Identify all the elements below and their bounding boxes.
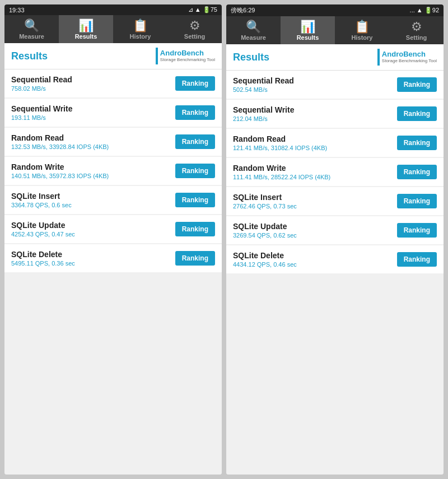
results-list-1: Sequential Read 758.02 MB/s Ranking Sequ… [4,69,222,475]
results-icon-2: 📊 [300,21,315,33]
table-row: SQLite Delete 4434.12 QPS, 0.46 sec Rank… [226,245,444,273]
table-row: Sequential Write 193.11 MB/s Ranking [4,99,222,127]
content-header-2: Results AndroBench Storage Benchmarking … [226,44,444,71]
table-row: Random Read 121.41 MB/s, 31082.4 IOPS (4… [226,129,444,157]
history-icon-1: 📋 [133,20,148,32]
brand-sub-2: Storage Benchmarking Tool [382,59,437,64]
brand-name-1: AndroBench [160,49,215,57]
result-value: 2762.46 QPS, 0.73 sec [233,203,397,210]
brand-andro-2: Andro [382,50,403,58]
brand-bar-2 [377,49,380,66]
result-value: 121.41 MB/s, 31082.4 IOPS (4KB) [233,145,397,151]
measure-icon-2: 🔍 [246,21,261,33]
nav-setting-label-2: Setting [406,34,427,41]
ranking-button[interactable]: Ranking [397,194,437,208]
brand-bar-1 [156,48,158,64]
result-name: Sequential Read [233,76,397,85]
ranking-button[interactable]: Ranking [397,252,437,267]
brand-text-1: AndroBench Storage Benchmarking Tool [160,49,215,62]
result-name: Random Read [233,134,397,143]
content-header-1: Results AndroBench Storage Benchmarking … [4,43,222,69]
result-name: SQLite Delete [11,250,175,259]
result-value: 212.04 MB/s [233,115,397,122]
table-row: Random Write 140.51 MB/s, 35972.83 IOPS … [4,157,222,185]
result-name: Sequential Write [233,105,397,114]
result-value: 4252.43 QPS, 0.47 sec [11,231,175,238]
result-name: Random Write [233,164,397,173]
result-name: SQLite Delete [233,251,397,260]
table-row: Sequential Read 502.54 MB/s Ranking [226,71,444,99]
result-name: Sequential Write [11,104,175,113]
status-bar-1: 19:33 ⊿ ▲ 🔋75 [4,4,222,15]
results-title-2: Results [233,52,269,63]
table-row: Random Write 111.41 MB/s, 28522.24 IOPS … [226,158,444,186]
nav-history-label-1: History [130,33,151,40]
nav-measure-2[interactable]: 🔍 Measure [226,16,281,44]
result-value: 3364.78 QPS, 0.6 sec [11,202,175,208]
table-row: SQLite Update 3269.54 QPS, 0.62 sec Rank… [226,216,444,244]
nav-results-label-2: Results [297,34,319,41]
result-name: SQLite Insert [233,193,397,202]
measure-icon-1: 🔍 [24,20,39,32]
nav-history-1[interactable]: 📋 History [113,15,167,43]
nav-setting-label-1: Setting [184,33,205,40]
brand-text-2: AndroBench Storage Benchmarking Tool [382,50,437,63]
table-row: Sequential Read 758.02 MB/s Ranking [4,69,222,97]
setting-icon-2: ⚙ [411,21,422,33]
nav-history-2[interactable]: 📋 History [335,16,389,44]
ranking-button[interactable]: Ranking [397,136,437,150]
results-title-1: Results [11,50,48,62]
table-row: SQLite Insert 3364.78 QPS, 0.6 sec Ranki… [4,186,222,214]
status-bar-2: 傍晚6:29 ... ▲ 🔋92 [226,4,444,16]
result-name: SQLite Update [233,222,397,231]
brand-1: AndroBench Storage Benchmarking Tool [156,48,215,64]
ranking-button[interactable]: Ranking [397,106,437,121]
ranking-button[interactable]: Ranking [175,222,215,236]
brand-andro-1: Andro [160,49,181,57]
table-row: SQLite Delete 5495.11 QPS, 0.36 sec Rank… [4,244,222,272]
result-name: SQLite Insert [11,192,175,201]
result-name: Sequential Read [11,75,175,84]
time-1: 19:33 [9,7,25,13]
result-value: 111.41 MB/s, 28522.24 IOPS (4KB) [233,174,397,180]
results-icon-1: 📊 [78,20,94,32]
table-row: Random Read 132.53 MB/s, 33928.84 IOPS (… [4,128,222,156]
nav-results-2[interactable]: 📊 Results [281,16,335,44]
brand-bench-1: Bench [181,49,204,57]
ranking-button[interactable]: Ranking [175,251,215,266]
nav-setting-2[interactable]: ⚙ Setting [389,16,444,44]
ranking-button[interactable]: Ranking [175,193,215,207]
result-value: 5495.11 QPS, 0.36 sec [11,260,175,267]
result-value: 4434.12 QPS, 0.46 sec [233,261,397,268]
brand-2: AndroBench Storage Benchmarking Tool [377,49,437,66]
nav-setting-1[interactable]: ⚙ Setting [167,15,222,43]
table-row: Sequential Write 212.04 MB/s Ranking [226,100,444,128]
table-row: SQLite Insert 2762.46 QPS, 0.73 sec Rank… [226,187,444,215]
nav-results-label-1: Results [75,33,97,40]
history-icon-2: 📋 [354,21,370,33]
ranking-button[interactable]: Ranking [397,223,437,238]
ranking-button[interactable]: Ranking [175,76,215,91]
ranking-button[interactable]: Ranking [175,134,215,149]
result-value: 758.02 MB/s [11,85,175,92]
status-icons-1: ⊿ ▲ 🔋75 [188,6,217,13]
nav-history-label-2: History [352,34,373,41]
result-name: Random Read [11,133,175,142]
status-icons-2: ... ▲ 🔋92 [410,7,439,14]
phone-1: 19:33 ⊿ ▲ 🔋75 🔍 Measure 📊 Results 📋 Hist… [4,4,222,475]
nav-measure-1[interactable]: 🔍 Measure [4,15,59,43]
result-value: 193.11 MB/s [11,114,175,121]
brand-sub-1: Storage Benchmarking Tool [160,58,215,63]
result-value: 3269.54 QPS, 0.62 sec [233,232,397,239]
ranking-button[interactable]: Ranking [175,105,215,120]
result-value: 132.53 MB/s, 33928.84 IOPS (4KB) [11,143,175,150]
nav-measure-label-2: Measure [241,34,266,41]
ranking-button[interactable]: Ranking [397,77,437,92]
nav-measure-label-1: Measure [19,33,44,40]
nav-bar-1: 🔍 Measure 📊 Results 📋 History ⚙ Setting [4,15,222,43]
brand-bench-2: Bench [403,50,426,58]
ranking-button[interactable]: Ranking [175,164,215,178]
result-name: SQLite Update [11,221,175,230]
ranking-button[interactable]: Ranking [397,165,437,179]
nav-results-1[interactable]: 📊 Results [59,15,113,43]
